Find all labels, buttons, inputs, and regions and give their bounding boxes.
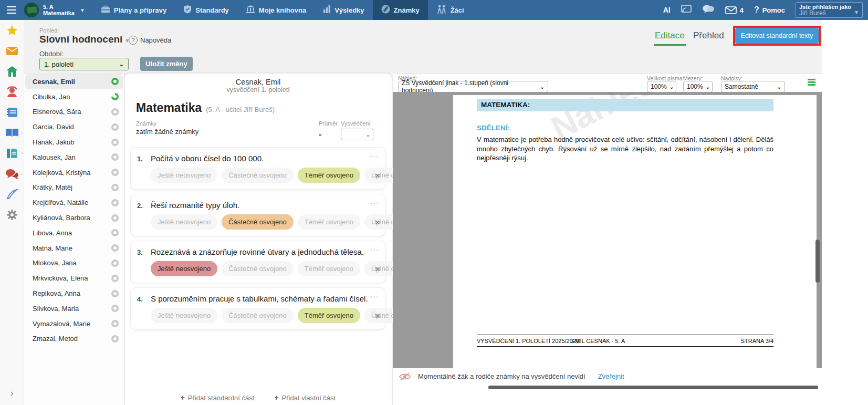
user-menu[interactable]: Jste přihlášen jako Jiří Bureš ▼ bbox=[796, 2, 863, 18]
rating-pill[interactable]: Částečně osvojeno bbox=[222, 214, 294, 230]
item-menu-icon[interactable]: ··· bbox=[370, 245, 379, 254]
class-selector[interactable]: 5. A Matematika bbox=[43, 4, 75, 16]
rating-pill[interactable]: Částečně osvojeno bbox=[222, 261, 294, 276]
student-row[interactable]: Krátký, Matěj bbox=[25, 180, 123, 195]
library-book-icon[interactable]: › bbox=[0, 122, 24, 143]
tab-editace[interactable]: Editace bbox=[655, 30, 685, 41]
student-row[interactable]: Libova, Anna bbox=[25, 225, 123, 241]
favorites-star-icon[interactable] bbox=[0, 20, 24, 40]
item-remove-icon[interactable]: × bbox=[375, 311, 380, 321]
item-title: Řeší rozmanité typy úloh. bbox=[151, 201, 425, 210]
student-row[interactable]: Slivkova, Maria bbox=[25, 301, 123, 316]
student-status-icon bbox=[111, 169, 119, 176]
report-grade-select[interactable]: ⌄ bbox=[341, 129, 373, 140]
discussion-icon[interactable]: › bbox=[0, 163, 24, 184]
student-row[interactable]: Cesnak, Emil bbox=[25, 74, 123, 89]
nav-item-standardy[interactable]: Standardy bbox=[175, 0, 237, 20]
student-row[interactable]: Mrkvickova, Elena bbox=[25, 271, 123, 286]
rating-pill[interactable]: Téměř osvojeno bbox=[298, 308, 360, 323]
student-row[interactable]: Matna, Marie bbox=[25, 241, 123, 256]
nav-item-moje-knihovna[interactable]: Moje knihovna bbox=[237, 0, 315, 20]
student-row[interactable]: Kalousek, Jan bbox=[25, 150, 123, 165]
nav-item-v-sledky[interactable]: Výsledky bbox=[315, 0, 372, 20]
profile-icon[interactable] bbox=[0, 81, 24, 102]
rating-pill[interactable]: Ještě neosvojeno bbox=[151, 214, 217, 230]
rating-pill[interactable]: Ještě neosvojeno bbox=[151, 168, 217, 183]
notebook-icon[interactable] bbox=[0, 102, 24, 122]
item-remove-icon[interactable]: × bbox=[375, 264, 380, 275]
edit-standard-texts-button[interactable]: Editovat standardní texty bbox=[735, 28, 819, 44]
font-size-select[interactable]: 100%⌄ bbox=[647, 81, 676, 92]
nav-item-pl-ny-a-p-pravy[interactable]: Plány a přípravy bbox=[92, 0, 175, 20]
assessment-item-card: 1. Počítá v oboru čísel do 100 000. Ješt… bbox=[131, 148, 385, 189]
home-icon[interactable] bbox=[0, 61, 24, 81]
class-name: 5. A bbox=[43, 4, 75, 10]
footer-center: EMIL CESNAK - 5. A bbox=[571, 338, 625, 344]
help-button[interactable]: ? Pomoc bbox=[754, 5, 785, 15]
student-row[interactable]: Elsnerová, Sára bbox=[25, 105, 123, 120]
menu-icon[interactable] bbox=[0, 0, 23, 20]
view-label: Pohled: bbox=[39, 27, 59, 34]
average-label: Průměr bbox=[319, 120, 338, 127]
rating-pill[interactable]: Částečně osvojeno bbox=[222, 168, 294, 183]
student-row[interactable]: Krejčířová, Natálie bbox=[25, 195, 123, 210]
messages-icon[interactable] bbox=[0, 40, 24, 61]
help-label: Pomoc bbox=[762, 6, 785, 14]
icon-sidebar: › › › › bbox=[0, 20, 24, 405]
template-select[interactable]: ZŠ Vysvědčení jinak - 1.stupeň (slovni h… bbox=[398, 81, 548, 92]
publish-bar: Momentálně žák a rodiče známky na vysvěd… bbox=[393, 368, 822, 385]
chevron-down-icon: ▼ bbox=[854, 9, 859, 15]
student-name: Kalousek, Jan bbox=[33, 153, 76, 161]
student-row[interactable]: Hanák, Jakub bbox=[25, 134, 123, 150]
rating-pill[interactable]: Ještě neosvojeno bbox=[151, 261, 217, 276]
publish-link[interactable]: Zveřejnit bbox=[598, 372, 624, 380]
chat-icon[interactable] bbox=[702, 4, 715, 16]
student-row[interactable]: Kyliánová, Barbora bbox=[25, 210, 123, 225]
vertical-scrollbar-thumb[interactable] bbox=[815, 240, 820, 283]
student-row[interactable]: Kolejková, Kristýna bbox=[25, 165, 123, 180]
student-status-icon bbox=[111, 184, 119, 191]
student-row[interactable]: Mlokova, Jana bbox=[25, 256, 123, 271]
grade-circle-icon bbox=[381, 5, 390, 15]
nav-item-zn-mky[interactable]: Známky bbox=[373, 0, 428, 20]
student-row[interactable]: Vymazalová, Marie bbox=[25, 316, 123, 331]
add-custom-part-button[interactable]: +Přidat vlastní část bbox=[274, 393, 336, 402]
class-avatar[interactable] bbox=[24, 3, 39, 17]
view-selector[interactable]: Slovní hodnocení▾ bbox=[39, 34, 129, 45]
documents-icon[interactable]: › bbox=[0, 143, 24, 163]
gear-icon[interactable] bbox=[0, 204, 24, 225]
item-menu-icon[interactable]: ··· bbox=[370, 152, 379, 160]
report-preview-panel: Náhled: ZŠ Vysvědčení jinak - 1.stupeň (… bbox=[393, 74, 822, 405]
tab-prehled[interactable]: Přehled bbox=[693, 30, 724, 41]
period-select[interactable]: 1. pololetí⌄ bbox=[39, 58, 129, 70]
chevron-down-icon[interactable]: ▼ bbox=[80, 7, 85, 13]
save-changes-button[interactable]: Uložit změny bbox=[140, 57, 193, 71]
item-menu-icon[interactable]: ··· bbox=[370, 199, 379, 207]
sidebar-expand-chevron[interactable]: › bbox=[0, 388, 24, 399]
rating-pill[interactable]: Ještě neosvojeno bbox=[151, 308, 217, 323]
student-row[interactable]: Repiková, Anna bbox=[25, 286, 123, 301]
spacing-select[interactable]: 100%⌄ bbox=[683, 81, 713, 92]
item-menu-icon[interactable]: ··· bbox=[370, 292, 379, 300]
rating-pill[interactable]: Téměř osvojeno bbox=[298, 261, 360, 276]
student-name: Elsnerová, Sára bbox=[33, 108, 81, 116]
rating-pill[interactable]: Téměř osvojeno bbox=[298, 214, 360, 230]
student-row[interactable]: Zmazal, Metod bbox=[25, 331, 123, 347]
pen-icon[interactable] bbox=[0, 184, 24, 204]
student-row[interactable]: Garcia, David bbox=[25, 119, 123, 134]
cast-icon[interactable] bbox=[681, 5, 692, 15]
napoveda-link[interactable]: ?Nápověda bbox=[129, 36, 171, 45]
headings-select[interactable]: Samostatně⌄ bbox=[721, 81, 785, 92]
mail-button[interactable]: 4 bbox=[725, 6, 744, 14]
nav-item--ci[interactable]: Žáci bbox=[428, 0, 473, 20]
app-root: { "navbar": { "class_name": "5. A", "sub… bbox=[0, 0, 868, 405]
student-row[interactable]: Cibulka, Jan bbox=[25, 89, 123, 105]
preview-menu-icon[interactable] bbox=[808, 79, 815, 87]
horizontal-scrollbar-thumb[interactable] bbox=[488, 386, 818, 389]
rating-pill[interactable]: Částečně osvojeno bbox=[222, 308, 294, 323]
ai-button[interactable]: AI bbox=[663, 6, 671, 14]
item-remove-icon[interactable]: × bbox=[375, 217, 380, 228]
rating-pill[interactable]: Téměř osvojeno bbox=[298, 168, 360, 183]
item-remove-icon[interactable]: × bbox=[375, 171, 380, 181]
add-standard-part-button[interactable]: +Přidat standardní část bbox=[181, 393, 255, 402]
